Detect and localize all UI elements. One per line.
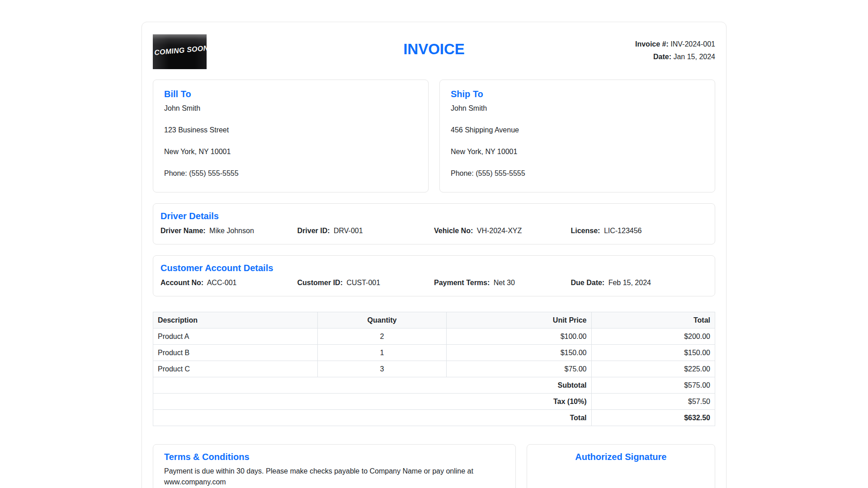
table-row: Product B 1 $150.00 $150.00 (153, 345, 715, 361)
ship-to-name: John Smith (451, 103, 704, 114)
invoice-number-label: Invoice #: (635, 40, 669, 48)
ship-to-heading: Ship To (451, 89, 704, 99)
terms-heading: Terms & Conditions (164, 452, 505, 462)
subtotal-value: $575.00 (591, 377, 715, 394)
col-header-total: Total (591, 312, 715, 328)
driver-details-heading: Driver Details (160, 211, 708, 221)
due-date-field: Due Date: Feb 15, 2024 (571, 279, 708, 287)
grand-total-label: Total (153, 410, 592, 426)
bill-to-phone: Phone: (555) 555-5555 (164, 168, 417, 179)
invoice-header: COMING SOON INVOICE Invoice #: INV-2024-… (153, 34, 715, 69)
col-header-unit-price: Unit Price (446, 312, 591, 328)
invoice-date-line: Date: Jan 15, 2024 (635, 51, 715, 63)
item-unit-price: $100.00 (446, 328, 591, 345)
ship-to-box: Ship To John Smith 456 Shipping Avenue N… (439, 80, 715, 192)
bill-to-heading: Bill To (164, 89, 417, 99)
ship-to-phone: Phone: (555) 555-5555 (451, 168, 704, 179)
signature-heading: Authorized Signature (538, 452, 704, 462)
table-row: Product C 3 $75.00 $225.00 (153, 361, 715, 377)
terms-text: Payment is due within 30 days. Please ma… (164, 466, 505, 488)
customer-id-value: CUST-001 (346, 279, 380, 286)
item-total: $225.00 (591, 361, 715, 377)
invoice-date-label: Date: (653, 53, 671, 61)
due-date-value: Feb 15, 2024 (609, 279, 651, 286)
driver-name-label: Driver Name: (160, 227, 206, 235)
invoice-meta: Invoice #: INV-2024-001 Date: Jan 15, 20… (635, 38, 715, 63)
vehicle-no-label: Vehicle No: (434, 227, 473, 235)
signature-box: Authorized Signature (527, 444, 715, 488)
driver-id-label: Driver ID: (297, 227, 330, 235)
driver-details-box: Driver Details Driver Name: Mike Johnson… (153, 203, 715, 244)
subtotal-row: Subtotal $575.00 (153, 377, 715, 394)
item-unit-price: $150.00 (446, 345, 591, 361)
license-value: LIC-123456 (604, 227, 642, 235)
payment-terms-value: Net 30 (494, 279, 515, 286)
table-header-row: Description Quantity Unit Price Total (153, 312, 715, 328)
license-field: License: LIC-123456 (571, 227, 708, 235)
account-no-label: Account No: (160, 279, 203, 286)
line-items-table: Description Quantity Unit Price Total Pr… (153, 312, 715, 426)
item-quantity: 3 (318, 361, 447, 377)
subtotal-label: Subtotal (153, 377, 592, 394)
grand-total-value: $632.50 (591, 410, 715, 426)
ship-to-address-line2: New York, NY 10001 (451, 146, 704, 157)
customer-account-fields: Account No: ACC-001 Customer ID: CUST-00… (160, 279, 708, 287)
customer-account-heading: Customer Account Details (160, 263, 708, 273)
payment-terms-label: Payment Terms: (434, 279, 490, 286)
invoice-number-value: INV-2024-001 (670, 40, 715, 48)
item-unit-price: $75.00 (446, 361, 591, 377)
item-description: Product C (153, 361, 318, 377)
driver-name-field: Driver Name: Mike Johnson (160, 227, 297, 235)
item-quantity: 1 (318, 345, 447, 361)
col-header-quantity: Quantity (318, 312, 447, 328)
driver-id-field: Driver ID: DRV-001 (297, 227, 434, 235)
payment-terms-field: Payment Terms: Net 30 (434, 279, 571, 287)
invoice-date-value: Jan 15, 2024 (673, 53, 715, 61)
driver-id-value: DRV-001 (334, 227, 363, 235)
tax-label: Tax (10%) (153, 394, 592, 410)
invoice-number-line: Invoice #: INV-2024-001 (635, 38, 715, 51)
vehicle-no-field: Vehicle No: VH-2024-XYZ (434, 227, 571, 235)
customer-id-field: Customer ID: CUST-001 (297, 279, 434, 287)
item-description: Product A (153, 328, 318, 345)
license-label: License: (571, 227, 600, 235)
bill-to-address-line2: New York, NY 10001 (164, 146, 417, 157)
due-date-label: Due Date: (571, 279, 605, 286)
tax-value: $57.50 (591, 394, 715, 410)
addresses-section: Bill To John Smith 123 Business Street N… (153, 80, 715, 192)
item-total: $150.00 (591, 345, 715, 361)
terms-box: Terms & Conditions Payment is due within… (153, 444, 516, 488)
bill-to-box: Bill To John Smith 123 Business Street N… (153, 80, 429, 192)
bill-to-address-line1: 123 Business Street (164, 125, 417, 136)
page-title: INVOICE (153, 41, 715, 58)
item-description: Product B (153, 345, 318, 361)
vehicle-no-value: VH-2024-XYZ (477, 227, 522, 235)
item-total: $200.00 (591, 328, 715, 345)
account-no-value: ACC-001 (207, 279, 237, 286)
customer-id-label: Customer ID: (297, 279, 343, 286)
grand-total-row: Total $632.50 (153, 410, 715, 426)
tax-row: Tax (10%) $57.50 (153, 394, 715, 410)
invoice-card: COMING SOON INVOICE Invoice #: INV-2024-… (142, 22, 726, 488)
driver-details-fields: Driver Name: Mike Johnson Driver ID: DRV… (160, 227, 708, 235)
col-header-description: Description (153, 312, 318, 328)
driver-name-value: Mike Johnson (209, 227, 254, 235)
customer-account-box: Customer Account Details Account No: ACC… (153, 255, 715, 296)
account-no-field: Account No: ACC-001 (160, 279, 297, 287)
table-row: Product A 2 $100.00 $200.00 (153, 328, 715, 345)
footer-section: Terms & Conditions Payment is due within… (153, 444, 715, 488)
ship-to-address-line1: 456 Shipping Avenue (451, 125, 704, 136)
bill-to-name: John Smith (164, 103, 417, 114)
item-quantity: 2 (318, 328, 447, 345)
